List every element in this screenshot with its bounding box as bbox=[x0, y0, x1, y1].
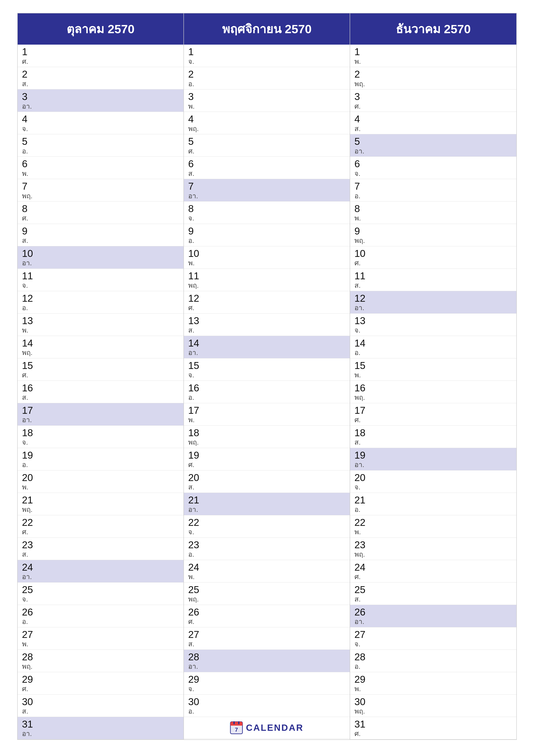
day-number: 7 bbox=[188, 181, 345, 192]
day-number: 8 bbox=[354, 203, 512, 214]
day-name: จ. bbox=[188, 214, 345, 222]
day-name: พฤ. bbox=[22, 505, 179, 514]
day-row: 11ส. bbox=[350, 269, 516, 291]
day-row: 2อ. bbox=[184, 67, 350, 90]
day-name: ศ. bbox=[188, 147, 345, 155]
day-number: 10 bbox=[22, 248, 179, 259]
svg-rect-4 bbox=[233, 721, 235, 724]
day-row: 26อา. bbox=[350, 605, 516, 627]
day-name: อา. bbox=[354, 617, 512, 626]
day-row: 4ส. bbox=[350, 112, 516, 134]
day-row: 15จ. bbox=[184, 358, 350, 381]
day-number: 12 bbox=[354, 293, 512, 304]
day-row: 22พ. bbox=[350, 515, 516, 538]
day-row: 13ส. bbox=[184, 313, 350, 336]
day-row: 28อ. bbox=[350, 650, 516, 672]
day-row: 8ศ. bbox=[18, 202, 184, 224]
day-number: 2 bbox=[22, 69, 179, 80]
month-header-1: พฤศจิกายน 2570 bbox=[184, 14, 350, 44]
day-number: 7 bbox=[354, 181, 512, 192]
day-number: 9 bbox=[188, 226, 345, 237]
day-name: อ. bbox=[22, 617, 179, 626]
day-name: พฤ. bbox=[354, 550, 512, 558]
day-row: 20จ. bbox=[350, 471, 516, 493]
day-row: 23ส. bbox=[18, 538, 184, 560]
day-number: 28 bbox=[22, 652, 179, 662]
day-row: 10อา. bbox=[18, 246, 184, 269]
day-row: 26อ. bbox=[18, 605, 184, 627]
day-row: 10ศ. bbox=[350, 246, 516, 269]
day-name: ส. bbox=[354, 281, 512, 289]
day-number: 27 bbox=[354, 629, 512, 640]
day-name: อ. bbox=[354, 192, 512, 200]
day-row: 17พ. bbox=[184, 403, 350, 426]
day-row: 3พ. bbox=[184, 90, 350, 112]
day-name: ส. bbox=[354, 595, 512, 603]
day-number: 21 bbox=[354, 495, 512, 505]
day-number: 22 bbox=[22, 517, 179, 528]
month-header-0: ตุลาคม 2570 bbox=[18, 14, 184, 44]
day-number: 11 bbox=[188, 270, 345, 282]
day-number: 3 bbox=[354, 91, 512, 102]
day-name: อ. bbox=[22, 304, 179, 312]
month-col-2: 1พ.2พฤ.3ศ.4ส.5อา.6จ.7อ.8พ.9พฤ.10ศ.11ส.12… bbox=[350, 44, 516, 740]
day-row: 1ศ. bbox=[18, 44, 184, 67]
day-row: 23อ. bbox=[184, 538, 350, 560]
day-number: 13 bbox=[22, 315, 179, 326]
day-name: อ. bbox=[354, 662, 512, 670]
day-row: 15ศ. bbox=[18, 358, 184, 381]
day-number: 8 bbox=[22, 203, 179, 214]
day-name: พ. bbox=[354, 214, 512, 222]
day-number: 15 bbox=[354, 360, 512, 371]
svg-rect-5 bbox=[238, 721, 240, 724]
day-number: 12 bbox=[22, 293, 179, 304]
day-number: 21 bbox=[22, 495, 179, 505]
day-name: ส. bbox=[22, 550, 179, 558]
day-number: 5 bbox=[22, 136, 179, 147]
day-name: พ. bbox=[22, 169, 179, 177]
day-row: 5อ. bbox=[18, 134, 184, 157]
day-number: 17 bbox=[22, 405, 179, 416]
day-name: จ. bbox=[188, 685, 345, 693]
day-name: พ. bbox=[188, 102, 345, 110]
day-name: จ. bbox=[354, 640, 512, 648]
day-number: 12 bbox=[188, 293, 345, 304]
day-name: ส. bbox=[22, 393, 179, 401]
day-name: จ. bbox=[22, 595, 179, 603]
day-number: 24 bbox=[354, 562, 512, 573]
day-number: 3 bbox=[188, 91, 345, 102]
day-number: 18 bbox=[22, 427, 179, 438]
day-row: 25จ. bbox=[18, 582, 184, 605]
month-col-0: 1ศ.2ส.3อา.4จ.5อ.6พ.7พฤ.8ศ.9ส.10อา.11จ.12… bbox=[18, 44, 184, 740]
day-number: 4 bbox=[188, 114, 345, 124]
day-name: อา. bbox=[354, 304, 512, 312]
day-name: พฤ. bbox=[22, 192, 179, 200]
day-row: 6จ. bbox=[350, 157, 516, 179]
month-header-2: ธันวาคม 2570 bbox=[350, 14, 516, 44]
day-name: พฤ. bbox=[188, 281, 345, 289]
day-name: จ. bbox=[22, 438, 179, 446]
day-name: ศ. bbox=[22, 57, 179, 66]
day-number: 2 bbox=[354, 69, 512, 80]
day-row: 21อา. bbox=[184, 493, 350, 515]
day-number: 19 bbox=[188, 450, 345, 461]
day-row: 9พฤ. bbox=[350, 224, 516, 246]
day-number: 6 bbox=[22, 158, 179, 169]
day-name: พฤ. bbox=[354, 393, 512, 401]
day-name: จ. bbox=[354, 169, 512, 177]
day-name: พฤ. bbox=[188, 124, 345, 133]
day-row: 2พฤ. bbox=[350, 67, 516, 90]
day-row: 17อา. bbox=[18, 403, 184, 426]
day-name: อ. bbox=[188, 393, 345, 401]
day-number: 31 bbox=[354, 719, 512, 730]
day-row: 28อา. bbox=[184, 650, 350, 672]
day-row: 3ศ. bbox=[350, 90, 516, 112]
day-number: 29 bbox=[188, 674, 345, 685]
day-number: 10 bbox=[354, 248, 512, 259]
day-number: 16 bbox=[188, 383, 345, 393]
day-number: 24 bbox=[22, 562, 179, 573]
month-col-1: 1จ.2อ.3พ.4พฤ.5ศ.6ส.7อา.8จ.9อ.10พ.11พฤ.12… bbox=[184, 44, 350, 740]
day-number: 16 bbox=[22, 383, 179, 393]
day-row: 16ส. bbox=[18, 381, 184, 403]
day-row: 22จ. bbox=[184, 515, 350, 538]
